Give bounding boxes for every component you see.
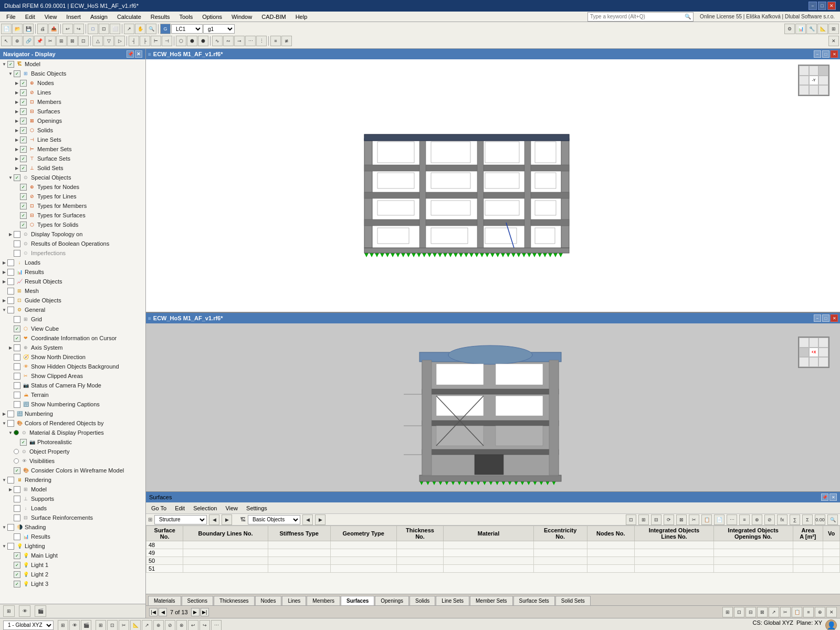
tree-check-guide-objects[interactable] xyxy=(7,297,14,304)
table-tb-8[interactable]: 📄 xyxy=(714,514,724,525)
nav-bottom-camera[interactable]: 🎬 xyxy=(35,605,46,617)
tables-settings[interactable]: Settings xyxy=(243,504,270,512)
tree-item-axis-system[interactable]: ▶ ⊕ Axis System xyxy=(0,343,145,352)
tree-item-light1[interactable]: ▶ 💡 Light 1 xyxy=(0,560,145,570)
tree-check-openings[interactable] xyxy=(20,118,27,124)
tree-item-coord-cursor[interactable]: ▶ ❤ Coordinate Information on Cursor xyxy=(0,333,145,343)
tb-zoom[interactable]: 🔍 xyxy=(146,24,156,34)
status-tb-9[interactable]: ⊕ xyxy=(815,607,825,617)
tree-check-mesh[interactable] xyxy=(7,288,14,295)
tb-view-3d[interactable]: ⬜ xyxy=(110,24,120,34)
tb2-close[interactable]: ✕ xyxy=(828,36,839,46)
tb2-9[interactable]: △ xyxy=(92,36,103,46)
status-tb-3[interactable]: ⊟ xyxy=(746,607,756,617)
tables-view[interactable]: View xyxy=(222,504,241,512)
table-tb-9[interactable]: ⋯ xyxy=(727,514,737,525)
tree-item-surface-reinforcements[interactable]: ▶ ⊟ Surface Reinforcements xyxy=(0,513,145,522)
tb-export[interactable]: 📤 xyxy=(48,24,59,34)
tb-extra-2[interactable]: 📊 xyxy=(795,24,806,34)
tree-item-types-lines[interactable]: ▶ ⊘ Types for Lines xyxy=(0,192,145,201)
tree-check-line-sets[interactable] xyxy=(20,136,27,143)
tree-check-results-bool[interactable] xyxy=(14,240,20,247)
tree-check-special-objects[interactable] xyxy=(14,174,20,181)
status-tb-5[interactable]: ↗ xyxy=(769,607,779,617)
tree-item-show-north[interactable]: ▶ 🧭 Show North Direction xyxy=(0,352,145,362)
table-tb-4[interactable]: ⟳ xyxy=(664,514,674,525)
pager-prev[interactable]: ◀ xyxy=(159,608,167,616)
menu-window[interactable]: Window xyxy=(227,13,256,21)
tree-check-photorealistic[interactable] xyxy=(20,439,27,446)
menu-results[interactable]: Results xyxy=(146,13,174,21)
tree-check-light2[interactable] xyxy=(14,571,20,578)
filter-next[interactable]: ▶ xyxy=(222,514,232,525)
pager-next[interactable]: ▶ xyxy=(191,608,200,616)
menu-cadbim[interactable]: CAD-BIM xyxy=(257,13,290,21)
status-tb-10[interactable]: ✕ xyxy=(826,607,837,617)
tb-select[interactable]: ↗ xyxy=(124,24,134,34)
tables-goto[interactable]: Go To xyxy=(148,504,170,512)
pager-first[interactable]: |◀ xyxy=(149,608,158,616)
tree-item-shading[interactable]: ▼ 🌗 Shading xyxy=(0,522,145,532)
tree-check-consider-colors[interactable] xyxy=(14,467,20,474)
tab-members[interactable]: Members xyxy=(307,596,340,605)
tb-print[interactable]: 🖨 xyxy=(37,24,48,34)
tree-check-numbering[interactable] xyxy=(7,411,14,417)
menu-calculate[interactable]: Calculate xyxy=(113,13,145,21)
coord-system-combo[interactable]: 1 - Global XYZ xyxy=(3,621,54,630)
tree-item-result-objects[interactable]: ▶ 📈 Result Objects xyxy=(0,277,145,286)
tree-check-show-north[interactable] xyxy=(14,354,20,361)
table-tb-1[interactable]: ⊡ xyxy=(626,514,636,525)
tree-check-results[interactable] xyxy=(7,269,14,276)
tree-check-solid-sets[interactable] xyxy=(20,165,27,172)
tb2-8[interactable]: ⊡ xyxy=(78,36,89,46)
statusbar-tb-7[interactable]: ⊘ xyxy=(165,620,175,631)
tree-item-numbering[interactable]: ▶ 🔢 Numbering xyxy=(0,409,145,418)
tb-new[interactable]: 📄 xyxy=(1,24,12,34)
tab-nodes[interactable]: Nodes xyxy=(255,596,282,605)
tree-item-material-display[interactable]: ▼ ⊙ Material & Display Properties xyxy=(0,428,145,437)
tree-check-members[interactable] xyxy=(20,99,27,106)
menu-tools[interactable]: Tools xyxy=(175,13,197,21)
tree-item-member-sets[interactable]: ▶ ⊢ Member Sets xyxy=(0,144,145,154)
table-tb-17[interactable]: 🔍 xyxy=(827,514,838,525)
tree-item-types-nodes[interactable]: ▶ ⊕ Types for Nodes xyxy=(0,182,145,192)
status-icon-grid[interactable]: ⊞ xyxy=(58,620,68,631)
tree-item-loads[interactable]: ▶ ↓ Loads xyxy=(0,258,145,267)
tb2-4[interactable]: 📌 xyxy=(34,36,45,46)
menu-file[interactable]: File xyxy=(2,13,20,21)
tree-item-show-hidden[interactable]: ▶ 👁 Show Hidden Objects Background xyxy=(0,362,145,371)
tree-check-main-light[interactable] xyxy=(14,552,20,559)
tb2-16[interactable]: ⬡ xyxy=(176,36,186,46)
statusbar-tb-11[interactable]: ⋯ xyxy=(211,620,222,631)
tree-item-openings[interactable]: ▶ ⊠ Openings xyxy=(0,116,145,125)
view-cube-bottom[interactable]: +X xyxy=(798,337,835,373)
tree-item-show-clipped[interactable]: ▶ ✂ Show Clipped Areas xyxy=(0,371,145,381)
tb-extra-5[interactable]: ⊞ xyxy=(828,24,839,34)
status-tb-4[interactable]: ⊠ xyxy=(757,607,768,617)
tree-check-lighting[interactable] xyxy=(7,543,14,550)
tree-check-rendering[interactable] xyxy=(7,477,14,484)
tree-check-show-clipped[interactable] xyxy=(14,373,20,380)
tree-check-show-numbering[interactable] xyxy=(14,401,20,408)
tree-check-ren-loads[interactable] xyxy=(14,505,20,512)
tree-check-light1[interactable] xyxy=(14,562,20,569)
tb-extra-4[interactable]: 📐 xyxy=(817,24,828,34)
tb2-11[interactable]: ▷ xyxy=(114,36,125,46)
g1-combo[interactable]: g1 xyxy=(203,24,235,34)
tb-open[interactable]: 📂 xyxy=(12,24,23,34)
tree-item-line-sets[interactable]: ▶ ⊣ Line Sets xyxy=(0,135,145,144)
table-tb-16[interactable]: 0.00 xyxy=(815,514,825,525)
tb2-7[interactable]: ⊠ xyxy=(67,36,78,46)
tree-check-types-surfaces[interactable] xyxy=(20,212,27,219)
tree-check-axis-system[interactable] xyxy=(14,344,20,351)
tb2-17[interactable]: ⬢ xyxy=(187,36,197,46)
table-tb-2[interactable]: ⊞ xyxy=(638,514,649,525)
viewport-bottom-min[interactable]: − xyxy=(814,314,821,322)
tree-check-view-cube[interactable] xyxy=(14,326,20,332)
tree-item-results-bool[interactable]: ▶ ⊙ Results of Boolean Operations xyxy=(0,239,145,248)
table-row[interactable]: 51 xyxy=(146,565,840,573)
viewport-bottom-view[interactable]: +X xyxy=(146,323,840,491)
tree-check-sha-results[interactable] xyxy=(14,533,20,540)
tree-item-types-surfaces[interactable]: ▶ ⊟ Types for Surfaces xyxy=(0,211,145,220)
filter-structure-combo[interactable]: Structure xyxy=(154,515,207,524)
